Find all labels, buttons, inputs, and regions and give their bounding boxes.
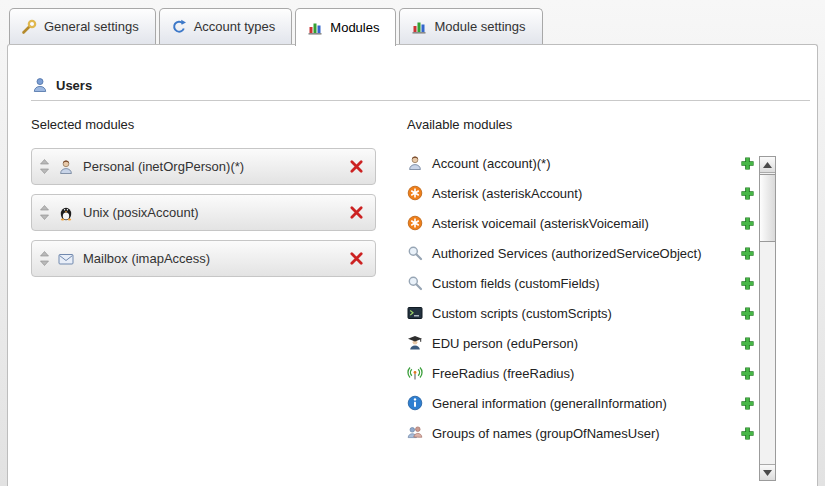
selected-module-row[interactable]: Personal (inetOrgPerson)(*) <box>31 148 376 185</box>
selected-module-row[interactable]: Unix (posixAccount) <box>31 194 376 231</box>
available-module-label: Authorized Services (authorizedServiceOb… <box>432 246 702 261</box>
remove-module-button[interactable] <box>349 159 364 174</box>
section-header: Users <box>8 45 817 93</box>
asterisk-icon <box>407 215 423 231</box>
add-module-button[interactable] <box>740 396 755 411</box>
available-module-row: Custom fields (customFields) <box>407 268 755 298</box>
modules-chart-icon <box>411 19 427 35</box>
penguin-icon <box>58 205 74 221</box>
tab[interactable]: Module settings <box>399 8 542 44</box>
add-module-button[interactable] <box>740 426 755 441</box>
drag-handle-icon[interactable] <box>40 159 49 174</box>
group-icon <box>407 425 423 441</box>
scroll-down-icon[interactable] <box>760 464 775 480</box>
tab[interactable]: Modules <box>295 8 396 46</box>
terminal-icon <box>407 305 423 321</box>
tab[interactable]: General settings <box>9 8 156 44</box>
tab-label: General settings <box>44 19 139 34</box>
modules-columns: Selected modules Personal (inetOrgPerson… <box>8 101 817 448</box>
tab-label: Modules <box>330 20 379 35</box>
add-module-button[interactable] <box>740 216 755 231</box>
user-icon <box>32 77 48 93</box>
sync-icon <box>171 19 187 35</box>
lam-configuration-page: General settings Account types Modules M… <box>0 0 825 486</box>
selected-module-label: Mailbox (imapAccess) <box>83 251 210 266</box>
add-module-button[interactable] <box>740 186 755 201</box>
available-module-label: General information (generalInformation) <box>432 396 667 411</box>
available-modules-column: Available modules Account (account)(*) A… <box>407 117 807 448</box>
edu-person-icon <box>407 335 423 351</box>
antenna-icon <box>407 365 423 381</box>
add-module-button[interactable] <box>740 306 755 321</box>
person-icon <box>407 155 423 171</box>
modules-chart-icon <box>307 20 323 36</box>
selected-modules-heading: Selected modules <box>31 117 407 132</box>
available-module-label: Account (account)(*) <box>432 156 551 171</box>
available-module-row: FreeRadius (freeRadius) <box>407 358 755 388</box>
available-module-row: Groups of names (groupOfNamesUser) <box>407 418 755 448</box>
available-module-label: EDU person (eduPerson) <box>432 336 578 351</box>
tab-label: Account types <box>194 19 276 34</box>
magnifier-icon <box>407 245 423 261</box>
tab[interactable]: Account types <box>159 8 293 44</box>
remove-module-button[interactable] <box>349 251 364 266</box>
available-module-label: FreeRadius (freeRadius) <box>432 366 574 381</box>
available-module-row: Authorized Services (authorizedServiceOb… <box>407 238 755 268</box>
info-icon <box>407 395 423 411</box>
tab-bar: General settings Account types Modules M… <box>9 8 543 46</box>
available-module-row: Asterisk voicemail (asteriskVoicemail) <box>407 208 755 238</box>
selected-module-row[interactable]: Mailbox (imapAccess) <box>31 240 376 277</box>
available-module-label: Custom fields (customFields) <box>432 276 600 291</box>
available-module-row: Custom scripts (customScripts) <box>407 298 755 328</box>
selected-modules-column: Selected modules Personal (inetOrgPerson… <box>31 117 407 448</box>
available-module-label: Custom scripts (customScripts) <box>432 306 612 321</box>
available-module-row: Account (account)(*) <box>407 148 755 178</box>
available-module-row: General information (generalInformation) <box>407 388 755 418</box>
selected-module-label: Unix (posixAccount) <box>83 205 199 220</box>
available-modules-scrollbar[interactable] <box>759 156 776 481</box>
envelope-icon <box>58 251 74 267</box>
add-module-button[interactable] <box>740 156 755 171</box>
selected-modules-list: Personal (inetOrgPerson)(*) Unix (posixA… <box>31 148 407 277</box>
add-module-button[interactable] <box>740 276 755 291</box>
add-module-button[interactable] <box>740 336 755 351</box>
available-modules-list: Account (account)(*) Asterisk (asteriskA… <box>407 148 755 448</box>
add-module-button[interactable] <box>740 246 755 261</box>
scrollbar-thumb[interactable] <box>760 174 775 242</box>
drag-handle-icon[interactable] <box>40 251 49 266</box>
magnifier-icon <box>407 275 423 291</box>
remove-module-button[interactable] <box>349 205 364 220</box>
available-module-label: Asterisk voicemail (asteriskVoicemail) <box>432 216 649 231</box>
person-icon <box>58 159 74 175</box>
asterisk-icon <box>407 185 423 201</box>
add-module-button[interactable] <box>740 366 755 381</box>
modules-panel: Users Selected modules Personal (inetOrg… <box>7 44 818 486</box>
section-title: Users <box>56 78 92 93</box>
available-module-row: Asterisk (asteriskAccount) <box>407 178 755 208</box>
available-module-label: Asterisk (asteriskAccount) <box>432 186 582 201</box>
scroll-up-icon[interactable] <box>760 157 775 173</box>
available-module-label: Groups of names (groupOfNamesUser) <box>432 426 660 441</box>
selected-module-label: Personal (inetOrgPerson)(*) <box>83 159 244 174</box>
drag-handle-icon[interactable] <box>40 205 49 220</box>
tab-label: Module settings <box>434 19 525 34</box>
available-modules-heading: Available modules <box>407 117 755 132</box>
available-module-row: EDU person (eduPerson) <box>407 328 755 358</box>
tools-icon <box>21 19 37 35</box>
